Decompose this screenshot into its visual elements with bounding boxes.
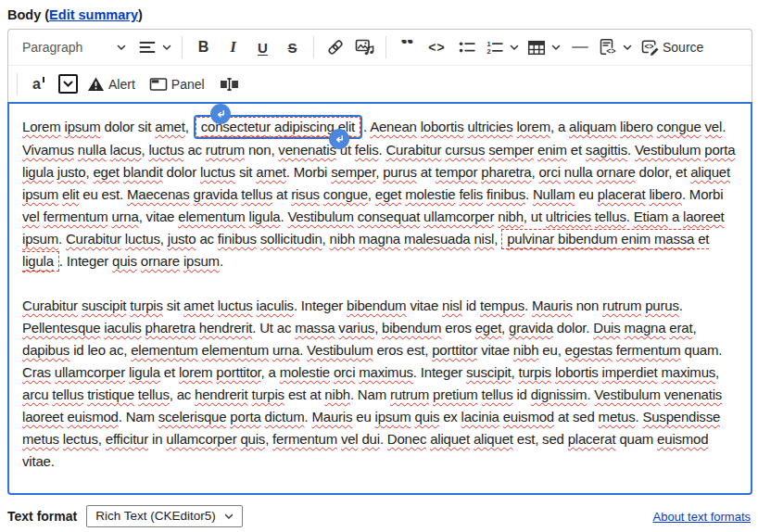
misspelled-word: aliquam xyxy=(569,119,616,134)
misspelled-word: justo xyxy=(168,231,196,247)
code-block-icon: <> xyxy=(599,38,617,57)
widget-drag-handle[interactable] xyxy=(329,129,349,149)
misspelled-word: enim xyxy=(537,142,567,158)
misspelled-word: Suspendisse xyxy=(642,409,720,424)
misspelled-word: Nullam xyxy=(533,186,575,202)
block-quote-button[interactable]: “ xyxy=(393,33,422,61)
misspelled-word: erat xyxy=(669,320,692,336)
source-editing-button[interactable]: <> Source xyxy=(637,33,707,61)
editor-content[interactable]: Lorem ipsum dolor sit amet, consectetur … xyxy=(7,102,752,495)
misspelled-word: ultricies xyxy=(546,209,591,224)
misspelled-word: amet xyxy=(183,298,214,313)
misspelled-word: imperdiet xyxy=(602,364,658,380)
code-icon: <> xyxy=(428,40,445,55)
code-block-dropdown[interactable]: <> xyxy=(595,33,636,61)
toolbar-row-1: Paragraph B I U S xyxy=(8,30,752,66)
misspelled-word: pharetra xyxy=(481,164,531,180)
underline-icon: U xyxy=(258,40,268,56)
paragraph[interactable]: Curabitur suscipit turpis sit amet luctu… xyxy=(22,295,738,473)
misspelled-word: ullamcorper xyxy=(423,209,494,224)
paragraph[interactable]: Lorem ipsum dolor sit amet, consectetur … xyxy=(22,115,738,272)
misspelled-word: metus xyxy=(22,431,59,447)
link-icon xyxy=(326,38,345,57)
misspelled-word: orci xyxy=(334,364,355,380)
bold-button[interactable]: B xyxy=(189,33,218,61)
misspelled-word: laoreet xyxy=(683,209,724,224)
panel-button[interactable]: Panel xyxy=(145,70,208,98)
misspelled-word: ullamcorper xyxy=(166,431,236,447)
bold-icon: B xyxy=(198,39,209,56)
misspelled-word: elit xyxy=(62,186,79,202)
edit-summary-link[interactable]: Edit summary xyxy=(49,7,138,22)
chevron-down-icon xyxy=(162,44,171,51)
misspelled-word: porta xyxy=(230,409,260,424)
misspelled-word: Donec xyxy=(387,431,426,447)
misspelled-word: maximus xyxy=(359,364,413,380)
field-label-text: Body ( xyxy=(7,7,49,22)
superscript-button[interactable]: a xyxy=(24,70,53,98)
horizontal-line-button[interactable] xyxy=(565,33,594,61)
bulleted-list-button[interactable] xyxy=(452,33,481,61)
misspelled-word: turpis xyxy=(130,298,162,313)
misspelled-word: blandit xyxy=(123,164,163,180)
insert-media-button[interactable] xyxy=(350,33,379,61)
misspelled-word: Duis xyxy=(593,320,620,336)
misspelled-word: nibh xyxy=(324,386,350,402)
strikethrough-button[interactable]: S xyxy=(278,33,307,61)
paragraph-style-label: Paragraph xyxy=(22,40,82,55)
misspelled-word: ipsum xyxy=(375,409,411,424)
misspelled-word: turpis xyxy=(251,386,284,402)
chevron-down-icon xyxy=(551,44,561,51)
numbered-list-dropdown[interactable]: 12 xyxy=(482,33,523,61)
misspelled-word: ullamcorper xyxy=(55,364,125,380)
misspelled-word: nibh xyxy=(513,342,539,358)
text-alignment-dropdown[interactable] xyxy=(134,33,175,61)
misspelled-word: egestas xyxy=(565,342,613,358)
editor-toolbar: Paragraph B I U S xyxy=(7,29,752,102)
misspelled-word: tempor xyxy=(436,164,478,180)
strikethrough-icon: S xyxy=(287,40,297,56)
misspelled-word: finibus xyxy=(486,186,525,202)
misspelled-word: quis xyxy=(112,253,137,269)
misspelled-word: felis xyxy=(459,186,483,202)
underline-button[interactable]: U xyxy=(248,33,277,61)
misspelled-word: eget xyxy=(375,186,401,202)
misspelled-word: hendrerit xyxy=(195,386,247,402)
link-button[interactable] xyxy=(321,33,349,61)
misspelled-word: suscipit xyxy=(82,298,126,313)
misspelled-word: quis xyxy=(240,431,265,447)
alert-button[interactable]: Alert xyxy=(83,70,139,98)
table-icon xyxy=(527,39,546,57)
superscript-icon: a xyxy=(32,76,44,93)
chevron-down-icon xyxy=(623,44,632,51)
horizontal-line-icon xyxy=(571,38,589,57)
about-text-formats-link[interactable]: About text formats xyxy=(653,510,752,524)
misspelled-word: Lorem xyxy=(22,119,61,134)
misspelled-word: adipiscing xyxy=(274,119,335,134)
misspelled-word: congue xyxy=(657,119,701,134)
misspelled-word: venenatis xyxy=(664,386,722,402)
misspelled-word: felis xyxy=(355,142,379,158)
paragraph-style-dropdown[interactable]: Paragraph xyxy=(15,33,133,61)
misspelled-word: nulla xyxy=(564,164,593,180)
misspelled-word: justo xyxy=(57,164,86,180)
italic-button[interactable]: I xyxy=(219,33,247,61)
misspelled-word: elementum xyxy=(202,342,269,358)
misspelled-word: molestie xyxy=(280,364,330,380)
misspelled-word: urna xyxy=(272,342,299,358)
selected-inline-widget[interactable]: consectetur adipiscing elit xyxy=(194,115,362,139)
insert-table-dropdown[interactable] xyxy=(524,33,564,61)
insert-inline-element-button[interactable] xyxy=(215,70,244,98)
misspelled-word: ultricies xyxy=(467,119,512,134)
misspelled-word: ipsum xyxy=(22,231,58,247)
misspelled-word: semper xyxy=(331,164,375,180)
boxed-chevron-icon xyxy=(58,74,78,94)
select-element-button[interactable] xyxy=(54,70,82,98)
text-format-select[interactable]: Rich Text (CKEditor5) xyxy=(86,505,243,527)
misspelled-word: vel xyxy=(705,119,723,134)
widget-drag-handle[interactable] xyxy=(210,104,231,124)
inline-code-button[interactable]: <> xyxy=(423,33,451,61)
misspelled-word: Aenean xyxy=(370,119,417,134)
alert-warning-icon xyxy=(87,76,105,93)
misspelled-word: maximus xyxy=(661,364,715,380)
